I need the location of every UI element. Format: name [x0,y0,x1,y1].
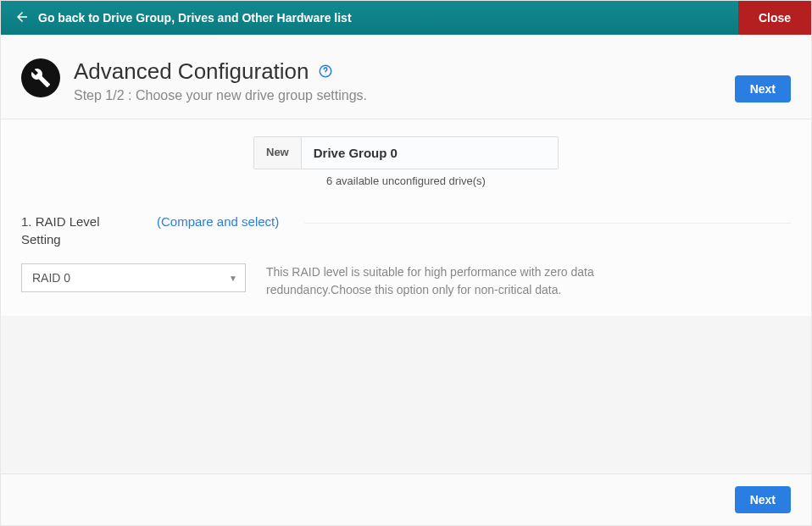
help-icon[interactable] [318,58,333,85]
raid-section-header: 1. RAID Level Setting (Compare and selec… [21,213,791,248]
page-title-row: Advanced Configuration [74,58,735,85]
back-link-label: Go back to Drive Group, Drives and Other… [38,11,352,25]
drive-group-row: New Drive Group 0 [253,136,559,169]
drive-group-box: New Drive Group 0 6 available unconfigur… [21,136,791,187]
raid-level-select[interactable]: RAID 0 [21,263,246,292]
section-divider [304,223,791,224]
header-row: Advanced Configuration Step 1/2 : Choose… [1,35,811,119]
content-area: New Drive Group 0 6 available unconfigur… [1,119,811,316]
header-text: Advanced Configuration Step 1/2 : Choose… [74,58,735,103]
step-text: Step 1/2 : Choose your new drive group s… [74,88,735,103]
raid-description: This RAID level is suitable for high per… [266,263,639,299]
arrow-left-icon [14,9,30,27]
raid-section-body: RAID 0 ▼ This RAID level is suitable for… [21,263,791,299]
available-drives-text: 6 available unconfigured drive(s) [326,174,486,187]
next-button-header[interactable]: Next [735,75,791,102]
page-title: Advanced Configuration [74,58,309,85]
wrench-icon [21,58,60,97]
new-badge: New [254,137,302,169]
compare-select-link[interactable]: (Compare and select) [157,213,279,230]
raid-level-section: 1. RAID Level Setting (Compare and selec… [21,213,791,299]
svg-point-1 [325,74,325,75]
drive-group-name: Drive Group 0 [302,137,558,169]
close-button[interactable]: Close [738,1,811,35]
top-bar: Go back to Drive Group, Drives and Other… [1,1,811,35]
back-link[interactable]: Go back to Drive Group, Drives and Other… [1,9,738,27]
raid-section-title: 1. RAID Level Setting [21,213,131,248]
page-container: Go back to Drive Group, Drives and Other… [0,0,812,526]
footer-bar: Next [1,473,811,525]
raid-select-wrapper: RAID 0 ▼ [21,263,246,292]
next-button-footer[interactable]: Next [735,486,791,513]
